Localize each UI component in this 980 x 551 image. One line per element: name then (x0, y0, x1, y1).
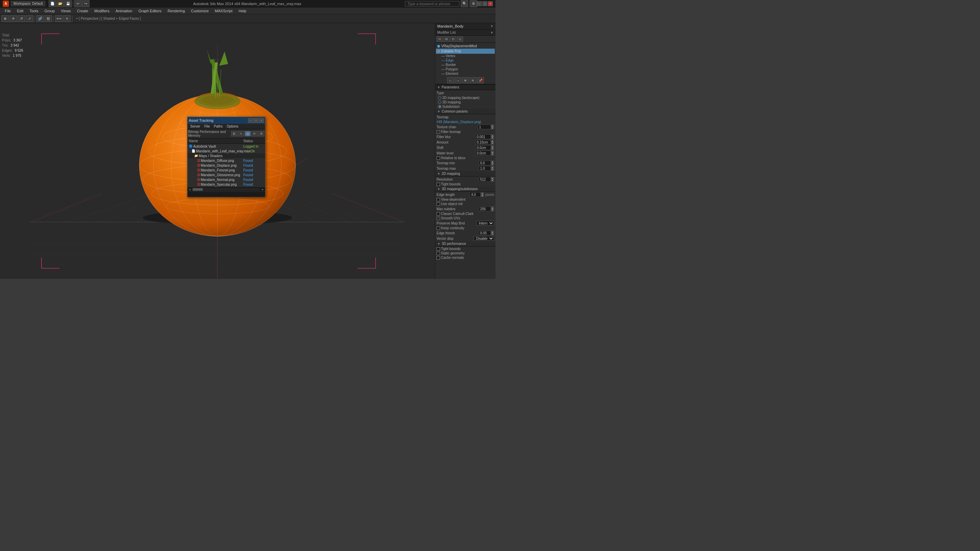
type-subdiv-radio[interactable]: Subdivision (435, 105, 495, 109)
mapping-3d-header[interactable]: ▼ 3D mapping/subdivision (435, 186, 495, 192)
amount-input[interactable] (476, 140, 491, 144)
use-object-mtl-row[interactable]: Use object mtl (435, 202, 495, 206)
edge-length-down[interactable]: ▼ (480, 195, 484, 197)
nav-down[interactable]: ⊖ (469, 77, 476, 83)
amount-up[interactable]: ▲ (491, 140, 494, 142)
water-level-spinner[interactable]: ▲ ▼ (476, 151, 494, 156)
dialog-close[interactable]: × (259, 118, 264, 123)
shift-up[interactable]: ▲ (491, 145, 494, 148)
asset-row-vault[interactable]: 🔵 Autodesk Vault Logged In (188, 144, 265, 149)
texture-chan-up[interactable]: ▲ (491, 124, 494, 127)
modifier-vertex[interactable]: — Vertex (436, 54, 495, 58)
menu-group[interactable]: Group (41, 8, 57, 14)
resolution-input[interactable] (479, 177, 491, 182)
texmap-max-down[interactable]: ▼ (491, 168, 494, 171)
texmap-min-up[interactable]: ▲ (491, 160, 494, 163)
workspace-button[interactable]: Workspace: Default (11, 1, 45, 6)
dialog-tb-btn1[interactable]: ⊞ (231, 131, 237, 137)
menu-animation[interactable]: Animation (113, 8, 135, 14)
texmap-max-input[interactable] (479, 166, 491, 171)
modifier-list-dropdown[interactable]: ▼ (490, 31, 493, 34)
redo-btn[interactable]: ↪ (82, 0, 89, 7)
static-geometry-row[interactable]: Static geometry (435, 251, 495, 256)
search-input[interactable] (405, 1, 460, 6)
menu-graph-editors[interactable]: Graph Editors (136, 8, 164, 14)
link-btn[interactable]: 🔗 (37, 15, 44, 22)
asset-row-displace[interactable]: 🖼 Mandarin_Displace.png Found (188, 163, 265, 168)
dialog-title-bar[interactable]: Asset Tracking − □ × (188, 117, 265, 124)
view-dependent-checkbox[interactable] (437, 198, 440, 202)
texmap-max-up[interactable]: ▲ (491, 166, 494, 168)
move-btn[interactable]: ✛ (10, 15, 17, 22)
menu-tools[interactable]: Tools (27, 8, 41, 14)
asset-row-maps-folder[interactable]: 📁 Maps / Shaders (188, 153, 265, 158)
max-subdivs-up[interactable]: ▲ (491, 206, 494, 209)
panel-icon-hierarchy[interactable]: H (437, 37, 443, 42)
keep-continuity-row[interactable]: Keep continuity (435, 226, 495, 230)
menu-edit[interactable]: Edit (14, 8, 26, 14)
dialog-menu-paths[interactable]: Paths (212, 124, 225, 129)
filter-blur-spinner[interactable]: ▲ ▼ (476, 134, 494, 139)
texmap-max-spinner[interactable]: ▲ ▼ (479, 166, 494, 171)
water-level-input[interactable] (476, 151, 491, 156)
asset-scrollbar[interactable]: ◄ ► (188, 187, 265, 192)
align-btn[interactable]: ≡ (63, 15, 71, 22)
open-btn[interactable]: 📂 (56, 0, 64, 7)
menu-file[interactable]: File (2, 8, 14, 14)
menu-rendering[interactable]: Rendering (165, 8, 188, 14)
dialog-menu-options[interactable]: Options (224, 124, 240, 129)
menu-views[interactable]: Views (58, 8, 73, 14)
scroll-right-arrow[interactable]: ► (261, 188, 265, 191)
classic-catmull-checkbox[interactable] (437, 212, 440, 216)
viewport-3d[interactable]: Total Polys: 3 367 Tris: 3 942 Edges: 9 … (0, 23, 435, 279)
asset-row-max-file[interactable]: 📄 Mandarin_with_Leaf_max_vray.max Ok (188, 149, 265, 153)
new-btn[interactable]: 📄 (49, 0, 56, 7)
maximize-button[interactable]: □ (482, 2, 487, 6)
tight-bounds-2d-checkbox[interactable] (437, 183, 440, 186)
radio-subdiv[interactable] (438, 105, 441, 108)
cache-normals-checkbox[interactable] (437, 256, 440, 259)
radio-3d[interactable] (438, 101, 441, 104)
relative-bbox-checkbox[interactable] (437, 156, 440, 160)
texture-chan-down[interactable]: ▼ (491, 127, 494, 129)
search-opts[interactable]: ⚙ (469, 0, 477, 7)
dialog-minimize[interactable]: − (248, 118, 253, 123)
static-geometry-checkbox[interactable] (437, 252, 440, 255)
resolution-spinner[interactable]: ▲ ▼ (479, 177, 494, 182)
tight-bounds-3d-checkbox[interactable] (437, 247, 440, 251)
select-btn[interactable]: ⊕ (2, 15, 9, 22)
save-btn[interactable]: 💾 (64, 0, 72, 7)
radio-2d[interactable] (438, 96, 441, 100)
performance-header[interactable]: ▼ 3D performance (435, 241, 495, 246)
asset-row-specular[interactable]: 🖼 Mandarin_Specular.png Found (188, 182, 265, 187)
asset-row-normal[interactable]: 🖼 Mandarin_Normal.png Found (188, 177, 265, 182)
dialog-tb-btn5[interactable]: ⚙ (258, 131, 264, 137)
dialog-tb-btn2[interactable]: ≡ (238, 131, 244, 137)
common-params-header[interactable]: ▼ Common params (435, 109, 495, 114)
edge-thresh-input[interactable] (479, 230, 491, 235)
asset-row-fresnel[interactable]: 🖼 Mandarin_Fresnel.png Found (188, 168, 265, 172)
modifier-polygon[interactable]: — Polygon (436, 67, 495, 71)
asset-row-glossiness[interactable]: 🖼 Mandarin_Glossiness.png Found (188, 172, 265, 177)
smooth-uvs-row[interactable]: ✓ Smooth UVs (435, 216, 495, 221)
modifier-element[interactable]: — Element (436, 71, 495, 76)
modifier-edge[interactable]: — Edge (436, 58, 495, 63)
scroll-track[interactable] (192, 188, 260, 191)
filter-texmap-checkbox[interactable]: ✓ (437, 130, 440, 134)
view-dependent-row[interactable]: View-dependent (435, 197, 495, 202)
use-object-mtl-checkbox[interactable] (437, 202, 440, 206)
shift-input[interactable] (476, 145, 491, 150)
max-subdivs-down[interactable]: ▼ (491, 209, 494, 211)
edge-length-spinner[interactable]: ▲ ▼ (469, 192, 484, 197)
object-name-dropdown[interactable]: ▼ (490, 24, 493, 28)
shift-down[interactable]: ▼ (491, 148, 494, 150)
rotate-btn[interactable]: ↺ (18, 15, 25, 22)
max-subdivs-spinner[interactable]: ▲ ▼ (479, 206, 494, 211)
panel-icon-motion[interactable]: M (443, 37, 450, 42)
scroll-left-arrow[interactable]: ◄ (188, 188, 192, 191)
keep-continuity-checkbox[interactable] (437, 227, 440, 230)
edge-length-input[interactable] (469, 192, 480, 197)
modifier-vray-displacement[interactable]: VRayDisplacementMod (436, 43, 495, 49)
texture-chan-spinner[interactable]: ▲ ▼ (478, 124, 494, 129)
mapping-2d-header[interactable]: ▼ 2D mapping (435, 171, 495, 176)
